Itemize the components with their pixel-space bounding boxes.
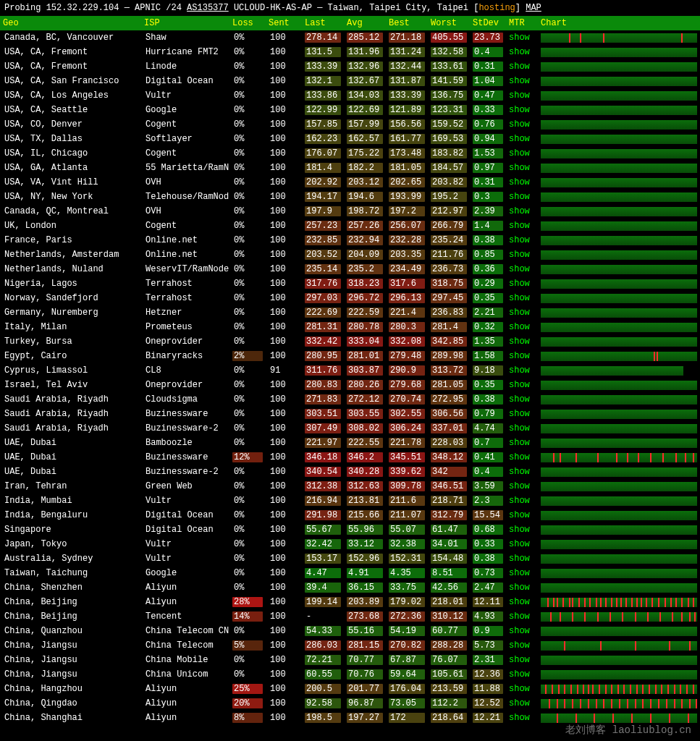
mtr-show-link[interactable]: show — [506, 638, 538, 653]
mtr-show-link[interactable]: show — [506, 522, 538, 537]
mtr-show-link[interactable]: show — [506, 479, 538, 494]
cell-worst: 133.61 — [428, 59, 470, 74]
mtr-show-link[interactable]: show — [506, 117, 538, 132]
col-chart[interactable]: Chart — [538, 16, 700, 30]
mtr-show-link[interactable]: show — [506, 392, 538, 407]
mtr-show-link[interactable]: show — [506, 334, 538, 349]
mtr-show-link[interactable]: show — [506, 465, 538, 479]
mtr-show-link[interactable]: show — [506, 233, 538, 247]
cell-isp: China Telecom CN2 — [141, 624, 229, 638]
mtr-show-link[interactable]: show — [506, 305, 538, 320]
mtr-show-link[interactable]: show — [506, 551, 538, 566]
mtr-show-link[interactable]: show — [506, 74, 538, 88]
mtr-show-link[interactable]: show — [506, 219, 538, 233]
cell-isp: Vultr — [141, 537, 229, 551]
cell-loss: 0% — [229, 363, 266, 378]
mtr-show-link[interactable]: show — [506, 436, 538, 450]
mtr-show-link[interactable]: show — [506, 421, 538, 436]
cell-sent: 100 — [266, 334, 302, 349]
mtr-show-link[interactable]: show — [506, 349, 538, 363]
cell-best: 272.36 — [386, 609, 428, 624]
cell-best: 55.07 — [386, 522, 428, 537]
cell-best: 172 — [386, 711, 428, 725]
cell-sent: 100 — [266, 305, 302, 320]
table-row: USA, CA, FremontLinode0%100133.39132.961… — [0, 59, 700, 74]
mtr-show-link[interactable]: show — [506, 494, 538, 508]
latency-sparkline — [538, 219, 700, 233]
col-loss[interactable]: Loss — [229, 16, 266, 30]
cell-stdev: 0.38 — [470, 551, 506, 566]
mtr-show-link[interactable]: show — [506, 88, 538, 103]
cell-loss: 0% — [229, 30, 266, 45]
mtr-show-link[interactable]: show — [506, 595, 538, 609]
mtr-show-link[interactable]: show — [506, 45, 538, 59]
cell-stdev: 0.33 — [470, 537, 506, 551]
cell-last: 200.5 — [302, 682, 344, 696]
mtr-show-link[interactable]: show — [506, 103, 538, 117]
mtr-show-link[interactable]: show — [506, 450, 538, 465]
mtr-show-link[interactable]: show — [506, 537, 538, 551]
mtr-show-link[interactable]: show — [506, 696, 538, 711]
mtr-show-link[interactable]: show — [506, 59, 538, 74]
latency-sparkline — [538, 667, 700, 682]
mtr-show-link[interactable]: show — [506, 682, 538, 696]
mtr-show-link[interactable]: show — [506, 262, 538, 276]
cell-best: 181.05 — [386, 161, 428, 175]
map-link[interactable]: MAP — [526, 3, 541, 13]
cell-worst: 203.82 — [428, 175, 470, 190]
mtr-show-link[interactable]: show — [506, 132, 538, 146]
mtr-show-link[interactable]: show — [506, 667, 538, 682]
col-best[interactable]: Best — [386, 16, 428, 30]
col-mtr[interactable]: MTR — [506, 16, 538, 30]
mtr-show-link[interactable]: show — [506, 204, 538, 219]
table-row: Italy, MilanPrometeus0%100281.31280.7828… — [0, 320, 700, 334]
cell-last: 194.17 — [302, 190, 344, 204]
col-avg[interactable]: Avg — [344, 16, 386, 30]
mtr-show-link[interactable]: show — [506, 580, 538, 595]
mtr-show-link[interactable]: show — [506, 276, 538, 291]
cell-sent: 100 — [266, 494, 302, 508]
cell-best: 309.78 — [386, 479, 428, 494]
cell-avg: 222.59 — [344, 305, 386, 320]
mtr-show-link[interactable]: show — [506, 363, 538, 378]
mtr-show-link[interactable]: show — [506, 146, 538, 161]
latency-sparkline — [538, 624, 700, 638]
asn-link[interactable]: AS135377 — [187, 3, 229, 13]
mtr-show-link[interactable]: show — [506, 247, 538, 262]
mtr-show-link[interactable]: show — [506, 653, 538, 667]
mtr-show-link[interactable]: show — [506, 711, 538, 725]
col-stdev[interactable]: StDev — [470, 16, 506, 30]
col-sent[interactable]: Sent — [266, 16, 302, 30]
mtr-show-link[interactable]: show — [506, 508, 538, 522]
cell-sent: 100 — [266, 233, 302, 247]
col-geo[interactable]: Geo — [0, 16, 141, 30]
mtr-show-link[interactable]: show — [506, 566, 538, 580]
table-row: USA, IL, ChicagoCogent0%100176.07175.221… — [0, 146, 700, 161]
cell-last: 311.76 — [302, 363, 344, 378]
col-worst[interactable]: Worst — [428, 16, 470, 30]
mtr-show-link[interactable]: show — [506, 30, 538, 45]
mtr-show-link[interactable]: show — [506, 320, 538, 334]
cell-avg: 175.22 — [344, 146, 386, 161]
cell-best: 131.24 — [386, 45, 428, 59]
mtr-show-link[interactable]: show — [506, 161, 538, 175]
mtr-show-link[interactable]: show — [506, 378, 538, 392]
table-row: China, JiangsuChina Mobile0%10072.2170.7… — [0, 653, 700, 667]
cell-geo: USA, CA, Fremont — [0, 59, 141, 74]
cell-isp: Vultr — [141, 88, 229, 103]
mtr-show-link[interactable]: show — [506, 175, 538, 190]
cell-geo: UAE, Dubai — [0, 450, 141, 465]
mtr-show-link[interactable]: show — [506, 407, 538, 421]
col-isp[interactable]: ISP — [141, 16, 229, 30]
cell-worst: 34.01 — [428, 537, 470, 551]
mtr-show-link[interactable]: show — [506, 609, 538, 624]
mtr-show-link[interactable]: show — [506, 624, 538, 638]
cell-last: 278.14 — [302, 30, 344, 45]
cell-worst: 312.79 — [428, 508, 470, 522]
mtr-show-link[interactable]: show — [506, 190, 538, 204]
mtr-show-link[interactable]: show — [506, 291, 538, 305]
cell-loss: 0% — [229, 667, 266, 682]
cell-best: 73.05 — [386, 696, 428, 711]
table-row: USA, TX, DallasSoftlayer0%100162.23162.5… — [0, 132, 700, 146]
col-last[interactable]: Last — [302, 16, 344, 30]
